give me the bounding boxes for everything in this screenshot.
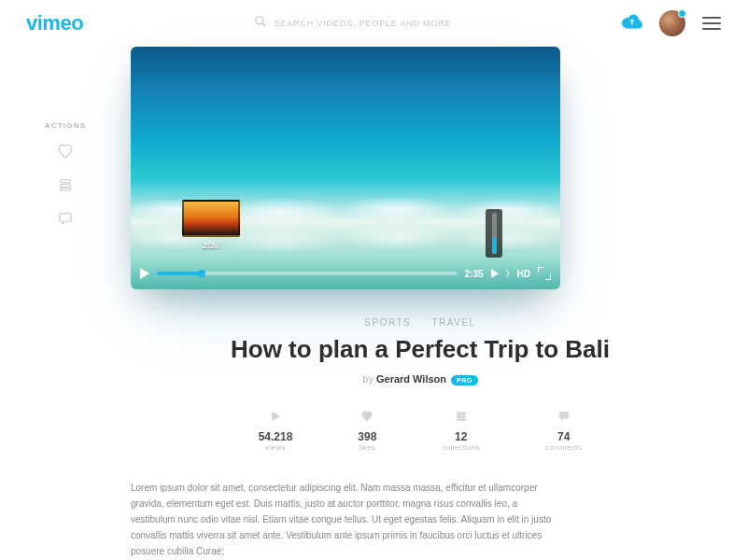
- stats-row: 54.218views 398likes 12collections 74com…: [131, 410, 710, 452]
- search-placeholder: SEARCH VIDEOS, PEOPLE AND MORE: [275, 19, 452, 28]
- search-icon: [254, 15, 267, 32]
- description: Lorem ipsum dolor sit amet, consectetur …: [131, 480, 560, 559]
- svg-rect-2: [61, 180, 71, 183]
- pro-badge: PRO: [451, 375, 478, 385]
- author-line: by Gerard WilsonPRO: [131, 373, 710, 385]
- video-player[interactable]: 2:35 2:35 HD: [131, 47, 560, 289]
- svg-line-1: [262, 23, 266, 27]
- logo[interactable]: vimeo: [26, 11, 83, 35]
- preview-timestamp: 2:35: [182, 241, 240, 250]
- play-icon[interactable]: [140, 268, 149, 279]
- categories: SPORTS TRAVEL: [131, 317, 710, 328]
- svg-rect-3: [61, 184, 71, 187]
- search-input[interactable]: SEARCH VIDEOS, PEOPLE AND MORE: [83, 15, 622, 32]
- current-time: 2:35: [465, 269, 484, 279]
- collection-button[interactable]: [0, 176, 131, 193]
- fullscreen-icon[interactable]: [538, 267, 551, 280]
- actions-label: ACTIONS: [0, 121, 131, 130]
- comment-button[interactable]: [0, 210, 131, 227]
- upload-icon[interactable]: [622, 14, 642, 33]
- svg-point-0: [256, 17, 263, 24]
- video-controls: 2:35 HD: [131, 258, 560, 289]
- svg-rect-4: [61, 189, 71, 190]
- scrub-preview: 2:35: [182, 200, 240, 250]
- progress-bar[interactable]: [157, 272, 458, 275]
- svg-rect-7: [457, 419, 465, 421]
- stat-likes: 398likes: [358, 410, 376, 452]
- preview-thumbnail: [182, 200, 240, 237]
- category-link[interactable]: SPORTS: [364, 317, 411, 328]
- volume-icon[interactable]: [491, 269, 499, 278]
- stat-views: 54.218views: [259, 410, 293, 452]
- like-button[interactable]: [0, 143, 131, 160]
- header: vimeo SEARCH VIDEOS, PEOPLE AND MORE: [0, 0, 747, 47]
- category-link[interactable]: TRAVEL: [432, 317, 476, 328]
- svg-rect-5: [457, 413, 465, 414]
- volume-slider[interactable]: [486, 209, 502, 258]
- stat-collections: 12collections: [442, 410, 480, 452]
- stat-comments: 74comments: [545, 410, 582, 452]
- author-name[interactable]: Gerard Wilson: [376, 373, 446, 385]
- actions-sidebar: ACTIONS: [0, 47, 131, 559]
- hd-toggle[interactable]: HD: [517, 269, 530, 279]
- svg-rect-6: [457, 415, 465, 417]
- video-title: How to plan a Perfect Trip to Bali: [131, 335, 710, 364]
- avatar[interactable]: [659, 10, 685, 36]
- menu-icon[interactable]: [702, 17, 721, 30]
